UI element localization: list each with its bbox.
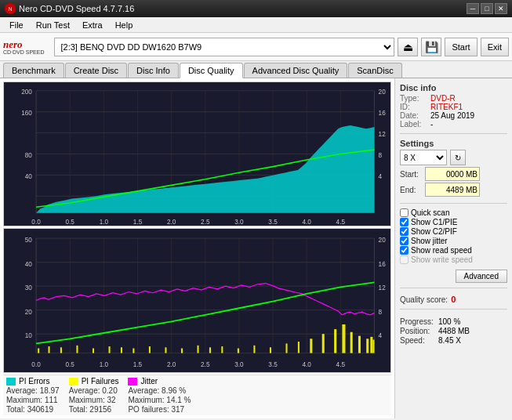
svg-text:2.5: 2.5: [201, 218, 210, 226]
tab-disc-info[interactable]: Disc Info: [128, 63, 179, 78]
menu-file[interactable]: File: [3, 19, 30, 31]
settings-section: Settings 8 X Max 4 X 16 X ↻ Start: End:: [400, 139, 507, 198]
advanced-btn-container: Advanced: [400, 268, 507, 283]
show-read-speed-checkbox[interactable]: [400, 246, 409, 255]
speed-row: 8 X Max 4 X 16 X ↻: [400, 150, 507, 165]
quick-scan-checkbox[interactable]: [400, 208, 409, 217]
title-bar-title: N Nero CD-DVD Speed 4.7.7.16: [5, 3, 467, 14]
legend-pi-errors: PI Errors Average: 18.97 Maximum: 111 To…: [6, 377, 60, 414]
svg-rect-69: [209, 347, 211, 353]
legend-area: PI Errors Average: 18.97 Maximum: 111 To…: [3, 375, 391, 415]
svg-rect-71: [238, 349, 239, 353]
svg-text:4.0: 4.0: [302, 218, 311, 226]
show-c1pie-checkbox[interactable]: [400, 218, 409, 226]
svg-rect-83: [370, 337, 372, 353]
eject-icon-button[interactable]: ⏏: [398, 38, 418, 56]
svg-text:2.0: 2.0: [167, 218, 176, 226]
speed-selector[interactable]: 8 X Max 4 X 16 X: [400, 150, 447, 165]
show-c2pif-checkbox[interactable]: [400, 227, 409, 236]
svg-rect-60: [76, 346, 78, 353]
position-label: Position:: [400, 327, 435, 335]
legend-pi-failures: PI Failures Average: 0.20 Maximum: 32 To…: [69, 377, 119, 414]
disc-date-value: 25 Aug 2019: [430, 111, 474, 120]
svg-text:50: 50: [25, 235, 32, 244]
start-button[interactable]: Start: [445, 38, 477, 56]
svg-rect-74: [285, 343, 287, 353]
jitter-color: [128, 378, 137, 386]
svg-rect-65: [149, 346, 151, 353]
quality-score-label: Quality score:: [400, 295, 448, 304]
chart1-container: 200 160 80 40 20 16 12 8 4 0.0 0.5 1.0 1…: [3, 81, 391, 226]
svg-text:10: 10: [25, 331, 32, 339]
charts-area: 200 160 80 40 20 16 12 8 4 0.0 0.5 1.0 1…: [0, 78, 394, 418]
show-write-speed-row: Show write speed: [400, 255, 507, 264]
pi-errors-title: PI Errors: [19, 377, 49, 386]
tab-create-disc[interactable]: Create Disc: [65, 63, 127, 78]
svg-text:0.5: 0.5: [66, 218, 75, 226]
pi-failures-avg: Average: 0.20: [69, 386, 119, 395]
jitter-avg: Average: 8.96 %: [128, 386, 191, 395]
svg-text:20: 20: [25, 307, 32, 316]
svg-text:4: 4: [379, 172, 383, 180]
tab-disc-quality[interactable]: Disc Quality: [180, 63, 243, 78]
close-button[interactable]: ✕: [495, 3, 507, 14]
end-field[interactable]: [425, 183, 480, 197]
svg-rect-75: [298, 342, 300, 353]
svg-rect-79: [342, 324, 345, 353]
svg-rect-62: [109, 346, 111, 353]
svg-text:3.5: 3.5: [268, 360, 277, 368]
disc-info-title: Disc info: [400, 83, 507, 92]
title-bar-controls: ─ □ ✕: [467, 3, 507, 14]
show-jitter-checkbox[interactable]: [400, 237, 409, 245]
content-area: 200 160 80 40 20 16 12 8 4 0.0 0.5 1.0 1…: [0, 78, 512, 418]
disc-info-section: Disc info Type: DVD-R ID: RITEKF1 Date: …: [400, 83, 507, 129]
svg-text:0.5: 0.5: [66, 360, 74, 368]
refresh-icon-button[interactable]: ↻: [450, 150, 466, 165]
settings-title: Settings: [400, 139, 507, 148]
exit-button[interactable]: Exit: [481, 38, 509, 56]
chart2-container: 50 40 30 20 10 20 16 12 8 4 0.0 0.5 1.0 …: [3, 228, 391, 373]
menu-help[interactable]: Help: [109, 19, 140, 31]
advanced-button[interactable]: Advanced: [456, 270, 507, 283]
svg-rect-68: [198, 346, 199, 353]
svg-rect-81: [358, 336, 361, 353]
svg-text:4.0: 4.0: [302, 360, 310, 368]
chart1-svg: 200 160 80 40 20 16 12 8 4 0.0 0.5 1.0 1…: [4, 82, 390, 226]
tab-advanced-disc-quality[interactable]: Advanced Disc Quality: [244, 63, 348, 78]
show-jitter-label: Show jitter: [411, 237, 448, 245]
svg-rect-78: [334, 329, 336, 353]
svg-text:0.0: 0.0: [31, 218, 41, 226]
speed-row: Speed: 8.45 X: [400, 336, 507, 345]
progress-value: 100 %: [438, 317, 460, 326]
quality-score-row: Quality score: 0: [400, 295, 507, 304]
show-c2pif-row: Show C2/PIF: [400, 227, 507, 236]
pi-failures-color: [69, 378, 78, 386]
menu-run-test[interactable]: Run Test: [30, 19, 76, 31]
start-field[interactable]: [425, 167, 480, 181]
disc-type-row: Type: DVD-R: [400, 94, 507, 103]
svg-rect-76: [310, 339, 312, 353]
minimize-button[interactable]: ─: [467, 3, 479, 14]
show-jitter-row: Show jitter: [400, 237, 507, 245]
svg-text:3.0: 3.0: [234, 360, 243, 368]
start-field-label: Start:: [400, 170, 423, 179]
svg-rect-67: [181, 349, 183, 353]
show-c1pie-row: Show C1/PIE: [400, 218, 507, 226]
end-field-row: End:: [400, 183, 507, 197]
disc-label-value: -: [430, 120, 433, 129]
maximize-button[interactable]: □: [481, 3, 493, 14]
quick-scan-row: Quick scan: [400, 208, 507, 217]
svg-text:12: 12: [379, 283, 386, 291]
tab-benchmark[interactable]: Benchmark: [3, 63, 64, 78]
svg-text:1.5: 1.5: [133, 218, 143, 226]
menu-extra[interactable]: Extra: [76, 19, 109, 31]
app-title: Nero CD-DVD Speed 4.7.7.16: [19, 4, 134, 13]
tab-scandisc[interactable]: ScanDisc: [348, 63, 401, 78]
divider1: [400, 133, 507, 134]
svg-text:2.5: 2.5: [201, 360, 209, 368]
drive-selector[interactable]: [2:3] BENQ DVD DD DW1620 B7W9: [54, 38, 395, 56]
disc-id-value: RITEKF1: [430, 103, 463, 111]
save-icon-button[interactable]: 💾: [421, 38, 441, 56]
speed-value: 8.45 X: [438, 336, 461, 345]
show-write-speed-checkbox[interactable]: [400, 255, 409, 264]
